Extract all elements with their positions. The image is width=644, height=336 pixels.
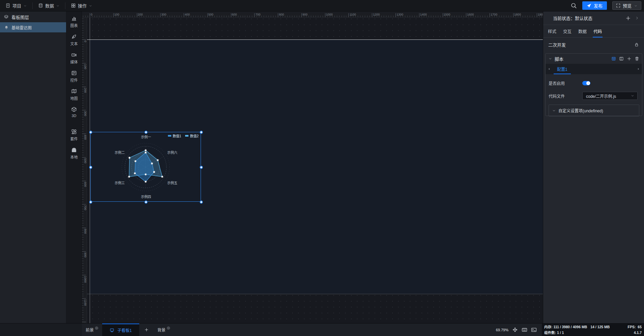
fullscreen-icon [616,3,620,8]
fps-stat: FPS: 65 [628,325,642,330]
v-ruler-label: 1000 [84,276,87,283]
enable-row: 是否启用 [546,79,642,87]
code-file-select[interactable]: code/二开示例.js [582,92,638,100]
publish-button[interactable]: 发布 [582,1,607,10]
resize-handle[interactable] [89,131,92,134]
tool-图表[interactable]: 图表 [66,16,82,28]
performance-stats: 内存: 111 / 3980 / 4096 MB14 / 125 MB FPS:… [542,324,644,336]
horizontal-ruler: 0100200300400500600700800900100011001200… [82,11,543,18]
v-ruler-label: 100 [84,64,87,69]
h-ruler-label: 0 [91,13,92,16]
secondary-dev-title: 二次开发 [548,41,566,48]
radar-axis-label: 示例一 [141,134,151,139]
h-ruler-label: 800 [279,13,284,16]
tool-地图[interactable]: 地图 [66,88,82,101]
media-icon [71,52,77,58]
panel-tab-交互[interactable]: 交互 [563,25,572,37]
custom-settings-collapse[interactable]: 自定义设置项(undefined) [549,105,639,116]
resize-handle[interactable] [89,201,92,204]
tool-label: 套件 [70,136,78,141]
keyboard-shortcuts-icon[interactable] [522,327,527,333]
h-ruler-label: 1800 [514,13,521,16]
search-icon[interactable] [570,2,577,9]
add-config-icon[interactable] [627,56,632,61]
tool-label: 本地 [70,154,78,160]
menu-操作[interactable]: 操作 [65,2,98,9]
layer-panel-title: 看板图层 [11,14,29,20]
version-label: 4.1.7 [634,330,642,335]
chart-icon [71,16,77,21]
tool-3D[interactable]: 3D [66,107,82,118]
layer-panel: 看板图层 基础雷达图 [0,11,66,323]
memory-stat: 内存: 111 / 3980 / 4096 MB14 / 125 MB [544,325,610,330]
artboard-top-edge [82,39,543,40]
script-header[interactable]: 脚本 [546,54,642,64]
tool-套件[interactable]: 套件 [66,129,82,141]
enable-toggle[interactable] [582,81,590,85]
tool-label: 媒体 [70,59,78,64]
add-state-icon[interactable] [625,16,631,21]
resize-handle[interactable] [200,166,203,169]
resize-handle[interactable] [89,166,92,169]
project-icon [5,3,10,8]
legend-label: 数值2 [190,133,199,138]
canvas[interactable]: 0100200300400500600700800900100011001200… [82,11,543,323]
caret-right-icon[interactable] [637,67,640,71]
component-icon [4,25,9,30]
h-ruler-label: 900 [302,13,308,16]
paper-plane-icon [587,3,591,8]
config-tab-1[interactable]: 配置1 [554,64,571,74]
radar-chart-component[interactable]: 数值1数值2 示例一示例二示例三示例四示例五示例六 [90,132,201,202]
panel-tab-代码[interactable]: 代码 [593,25,602,37]
panel-tab-数据[interactable]: 数据 [578,25,587,37]
preview-button[interactable]: 预览 [612,1,641,10]
state-header: 当前状态： 默认状态 [543,11,644,25]
state-value: 默认状态 [575,15,592,21]
background-tab[interactable]: 背景 [154,324,174,336]
resize-handle[interactable] [200,201,203,204]
resize-handle[interactable] [145,201,148,204]
caret-left-icon[interactable] [547,67,551,71]
chevron-down-icon [23,4,27,7]
resize-handle[interactable] [145,131,148,134]
script-toolbar [611,56,639,61]
v-ruler-label: 300 [84,111,87,116]
bottom-bar-right: 69.79% 内存: 111 / 3980 / 4096 MB14 / 125 … [496,324,644,336]
subboard-label: 子看板1 [117,327,132,333]
layer-item-radar[interactable]: 基础雷达图 [0,22,66,32]
main-menus: 项目数据操作 [0,0,98,11]
menu-数据[interactable]: 数据 [32,2,65,9]
add-background-icon[interactable] [167,326,170,330]
tool-控件[interactable]: 控件 [66,70,82,83]
tool-媒体[interactable]: 媒体 [66,52,82,64]
foreground-tab[interactable]: 前景 [82,324,102,336]
resize-handle[interactable] [200,131,203,134]
subboard-tab[interactable]: 子看板1 [102,324,139,336]
columns-view-icon[interactable] [619,56,624,61]
lock-icon[interactable] [634,42,639,47]
tool-本地[interactable]: 本地 [66,147,82,160]
v-ruler-label: 200 [84,88,87,93]
legend-item: 数值1 [168,133,181,138]
delete-config-icon[interactable] [635,56,639,61]
state-expand-icon[interactable] [635,16,639,20]
h-ruler-label: 1600 [467,13,474,16]
operate-icon [71,3,76,8]
console-icon[interactable] [531,327,537,333]
panel-tab-样式[interactable]: 样式 [548,25,556,37]
add-foreground-icon[interactable] [95,326,98,330]
chart-legend: 数值1数值2 [168,133,199,138]
enable-label: 是否启用 [549,80,582,86]
preview-label: 预览 [623,2,632,9]
tool-label: 图表 [70,23,78,28]
script-title: 脚本 [555,56,563,62]
h-ruler-label: 1300 [397,13,403,16]
radar-chart [91,132,201,202]
tool-label: 地图 [70,95,78,101]
menu-项目[interactable]: 项目 [0,2,32,9]
fit-screen-icon[interactable] [512,327,518,333]
config-tabs: 样式交互数据代码 [543,25,644,38]
table-view-icon[interactable] [611,56,616,61]
add-board-button[interactable] [139,324,154,336]
tool-文本[interactable]: 文本 [66,34,82,46]
